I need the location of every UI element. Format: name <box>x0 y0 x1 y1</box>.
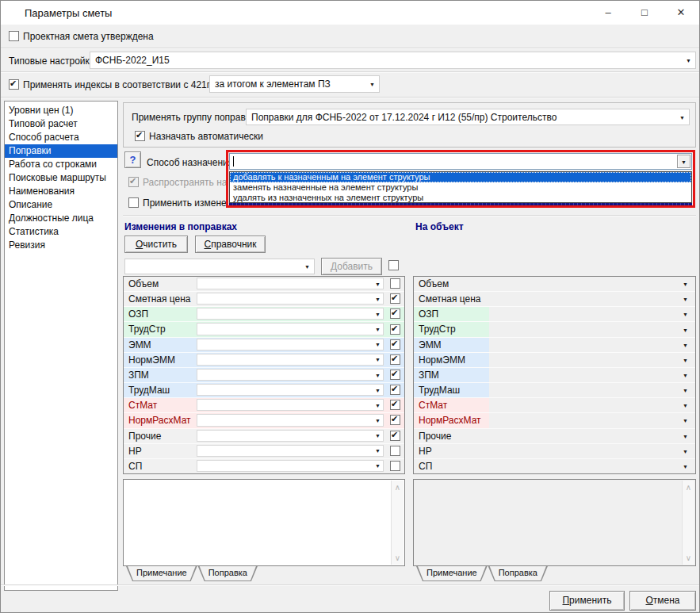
row-value-combo[interactable]: ▼ <box>197 445 384 457</box>
table-row[interactable]: СП▼ <box>414 459 695 473</box>
chevron-down-icon[interactable]: ▼ <box>304 264 310 270</box>
sidebar-item[interactable]: Поправки <box>5 144 117 158</box>
row-value-combo[interactable]: ▼ <box>197 308 384 320</box>
chevron-down-icon[interactable]: ▼ <box>683 342 688 347</box>
chevron-down-icon[interactable]: ▼ <box>683 327 688 332</box>
table-row[interactable]: СтМат▼ <box>414 398 695 413</box>
chevron-down-icon[interactable]: ▼ <box>683 448 688 454</box>
chevron-down-icon[interactable]: ▼ <box>686 58 691 63</box>
apply-indices-checkbox[interactable] <box>9 79 19 90</box>
scroll-up-icon[interactable]: ∧ <box>683 483 694 492</box>
chevron-down-icon[interactable]: ▼ <box>375 433 381 439</box>
table-row[interactable]: ТрудМаш▼ <box>414 383 695 398</box>
row-value-combo[interactable]: ▼ <box>197 384 384 396</box>
sidebar-item[interactable]: Должностные лица <box>5 212 117 225</box>
chevron-down-icon[interactable]: ▼ <box>369 82 375 87</box>
dropdown-option[interactable]: заменять назначенные на элемент структур… <box>230 182 691 193</box>
chevron-down-icon[interactable]: ▼ <box>683 357 688 362</box>
close-button[interactable]: ✕ <box>663 1 699 25</box>
chevron-down-icon[interactable]: ▼ <box>375 448 381 454</box>
chevron-down-icon[interactable]: ▼ <box>375 372 381 377</box>
assignment-method-combo[interactable]: ▼ <box>229 153 692 170</box>
chevron-down-icon[interactable]: ▼ <box>375 296 381 301</box>
table-row[interactable]: ОЗП▼ <box>414 307 695 322</box>
auto-assign-checkbox[interactable] <box>135 131 145 141</box>
table-row[interactable]: НР▼ <box>414 444 695 459</box>
chevron-down-icon[interactable]: ▼ <box>683 373 688 378</box>
row-checkbox[interactable] <box>390 293 400 304</box>
minimize-button[interactable]: – <box>590 1 626 25</box>
chevron-down-icon[interactable]: ▼ <box>683 388 688 393</box>
spread-checkbox[interactable] <box>128 177 139 187</box>
sidebar-item[interactable]: Статистика <box>5 225 117 239</box>
scroll-down-icon[interactable]: ∨ <box>392 554 404 562</box>
row-checkbox[interactable] <box>390 385 400 395</box>
table-row[interactable]: Объем▼ <box>414 277 695 292</box>
reference-button[interactable]: Справочник <box>195 236 266 253</box>
table-row[interactable]: ЭММ▼ <box>414 338 695 353</box>
scroll-up-icon[interactable]: ∧ <box>392 483 404 492</box>
chevron-down-icon[interactable]: ▼ <box>683 403 688 408</box>
chevron-down-icon[interactable]: ▼ <box>683 418 688 423</box>
chevron-down-icon[interactable]: ▼ <box>375 342 381 347</box>
row-checkbox[interactable] <box>390 370 400 380</box>
chevron-down-icon[interactable]: ▼ <box>683 312 688 317</box>
chevron-down-icon[interactable]: ▼ <box>679 114 685 120</box>
maximize-button[interactable]: □ <box>626 1 663 25</box>
chevron-down-icon[interactable]: ▼ <box>375 357 381 362</box>
row-checkbox[interactable] <box>390 400 400 410</box>
row-value-combo[interactable]: ▼ <box>197 339 384 351</box>
chevron-down-icon[interactable]: ▼ <box>375 311 381 316</box>
add-button[interactable]: Добавить <box>321 258 382 275</box>
chevron-down-icon[interactable]: ▼ <box>683 433 688 439</box>
sidebar-item[interactable]: Типовой расчет <box>5 117 117 131</box>
table-row[interactable]: Прочие▼ <box>414 429 695 444</box>
apply-changes-checkbox[interactable] <box>128 197 139 208</box>
row-checkbox[interactable] <box>390 461 400 471</box>
sidebar-item[interactable]: Способ расчета <box>5 131 117 144</box>
scrollbar[interactable]: ∧ ∨ <box>682 481 694 565</box>
row-checkbox[interactable] <box>390 415 400 425</box>
cancel-button[interactable]: Отмена <box>629 591 696 611</box>
chevron-down-icon[interactable]: ▼ <box>375 327 381 332</box>
help-icon[interactable]: ? <box>124 151 141 168</box>
row-value-combo[interactable]: ▼ <box>197 293 384 305</box>
sidebar-item[interactable]: Описание <box>5 198 117 212</box>
dropdown-option[interactable]: добавлять к назначенным на элемент струк… <box>230 172 691 182</box>
scroll-down-icon[interactable]: ∨ <box>683 554 694 562</box>
tab-correction[interactable]: Поправка <box>488 566 548 581</box>
row-checkbox[interactable] <box>390 308 400 319</box>
method-dropdown-list[interactable]: добавлять к назначенным на элемент струк… <box>229 171 692 203</box>
sidebar-item[interactable]: Ревизия <box>5 239 117 252</box>
row-checkbox[interactable] <box>390 354 400 365</box>
project-approved-checkbox[interactable] <box>9 31 19 41</box>
typical-settings-combo[interactable]: ФСНБ-2022_И15 ▼ <box>90 52 696 69</box>
sidebar-item[interactable]: Наименования <box>5 185 117 198</box>
row-value-combo[interactable]: ▼ <box>197 460 384 472</box>
tab-correction[interactable]: Поправка <box>198 566 258 581</box>
table-row[interactable]: ТрудСтр▼ <box>414 322 695 337</box>
table-row[interactable]: ЗПМ▼ <box>414 368 695 383</box>
sidebar-item[interactable]: Работа со строками <box>5 158 117 171</box>
row-value-combo[interactable]: ▼ <box>197 278 384 289</box>
chevron-down-icon[interactable]: ▼ <box>375 463 381 469</box>
title-bar[interactable]: Параметры сметы – □ ✕ <box>1 1 699 25</box>
add-correction-combo[interactable]: ▼ <box>124 259 315 274</box>
chevron-down-icon[interactable]: ▼ <box>683 282 688 287</box>
row-checkbox[interactable] <box>390 339 400 350</box>
row-checkbox[interactable] <box>390 446 400 456</box>
chevron-down-icon[interactable]: ▼ <box>683 463 688 469</box>
chevron-down-icon[interactable]: ▼ <box>375 281 381 286</box>
apply-button[interactable]: Применить <box>549 591 625 611</box>
scrollbar[interactable]: ∧ ∨ <box>391 481 404 565</box>
row-checkbox[interactable] <box>390 431 400 441</box>
table-row[interactable]: НормРасхМат▼ <box>414 413 695 428</box>
add-option-checkbox[interactable] <box>388 260 399 270</box>
apply-group-combo[interactable]: Поправки для ФСНБ-2022 от 17.12.2024 г И… <box>246 109 690 125</box>
row-value-combo[interactable]: ▼ <box>197 414 384 426</box>
row-checkbox[interactable] <box>390 324 400 335</box>
table-row[interactable]: Сметная цена▼ <box>414 292 695 307</box>
row-checkbox[interactable] <box>390 278 400 289</box>
tab-note[interactable]: Примечание <box>126 566 197 581</box>
changes-note-textarea[interactable]: ∧ ∨ <box>123 479 405 566</box>
